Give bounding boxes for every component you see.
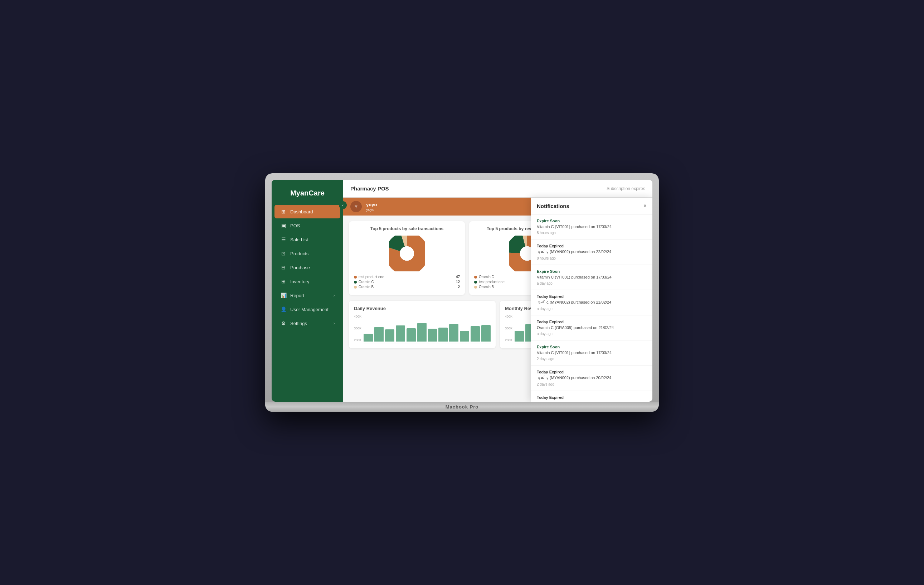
dashboard-icon: ⊞: [280, 209, 287, 215]
notifications-list: Expire Soon Vitamin C (VIT001) purchased…: [531, 215, 652, 402]
legend-label: Oramin B: [479, 285, 494, 289]
sidebar-toggle-button[interactable]: ‹: [339, 201, 347, 209]
notification-desc: Vitamin C (VIT001) purchased on 17/03/24: [537, 274, 647, 280]
sidebar-item-user-management[interactable]: 👤 User Management: [274, 302, 340, 316]
notification-time: 2 days ago: [537, 357, 647, 361]
notification-item: Today Expired Oramin C (ORA005) purchase…: [531, 316, 652, 340]
notification-time: 8 hours ago: [537, 256, 647, 260]
notification-type: Today Expired: [537, 395, 647, 400]
notification-type: Today Expired: [537, 370, 647, 374]
notification-type: Expire Soon: [537, 345, 647, 349]
bar: [428, 329, 437, 342]
sidebar-item-label: Sale List: [290, 237, 308, 242]
top-bar: Pharmacy POS Subscription expires: [343, 180, 652, 198]
notification-desc: ထွန်းငွေ (MYAN002) purchased on 21/02/24: [537, 300, 647, 305]
avatar-initial: Y: [354, 204, 358, 210]
sidebar-item-inventory[interactable]: ⊞ Inventory: [274, 274, 340, 288]
page-title: Pharmacy POS: [350, 185, 389, 192]
pos-icon: ▣: [280, 223, 287, 228]
notification-type: Expire Soon: [537, 219, 647, 223]
chevron-right-icon: ›: [333, 294, 335, 297]
sidebar-item-label: Inventory: [290, 279, 309, 284]
notification-type: Expire Soon: [537, 269, 647, 274]
notification-item: Today Expired Kiddycare (KID001) purchas…: [531, 391, 652, 402]
notification-item: Expire Soon Vitamin C (VIT001) purchased…: [531, 340, 652, 365]
sidebar-item-dashboard[interactable]: ⊞ Dashboard: [274, 205, 340, 218]
bar-label-200k: 200K: [354, 338, 361, 342]
legend-value: 47: [456, 275, 460, 279]
sidebar-item-label: Dashboard: [290, 209, 313, 215]
notification-desc: Vitamin C (VIT001) purchased on 17/03/24: [537, 350, 647, 355]
chart1-legend: test product one 47 Oramin C 12: [354, 275, 460, 289]
bar-label-400k: 400K: [505, 315, 512, 318]
notification-item: Today Expired ထွန်းငွေ (MYAN002) purchas…: [531, 240, 652, 264]
sidebar-nav: ⊞ Dashboard ▣ POS ☰ Sale List ⊡: [272, 205, 343, 331]
notifications-close-button[interactable]: ×: [644, 203, 647, 209]
bar: [481, 325, 491, 342]
bar: [364, 334, 373, 342]
bar-label-300k: 300K: [354, 327, 361, 330]
settings-icon: ⚙: [280, 321, 287, 326]
bar: [470, 326, 480, 342]
macbook-frame: MyanCare ⊞ Dashboard ▣ POS ☰ Sale List: [265, 173, 659, 412]
user-management-icon: 👤: [280, 306, 287, 312]
sidebar-item-label: User Management: [290, 307, 328, 312]
user-name: yoyo: [366, 202, 377, 207]
bar-label-400k: 400K: [354, 315, 361, 318]
notifications-title: Notifications: [537, 203, 569, 209]
notification-item: Expire Soon Vitamin C (VIT001) purchased…: [531, 265, 652, 290]
notification-type: Today Expired: [537, 294, 647, 299]
chart1-title: Top 5 products by sale transactions: [354, 226, 460, 231]
sidebar-item-settings[interactable]: ⚙ Settings ›: [274, 316, 340, 330]
notification-desc: Vitamin C (VIT001) purchased on 17/03/24: [537, 224, 647, 230]
avatar: Y: [350, 201, 362, 212]
notification-type: Today Expired: [537, 244, 647, 248]
sidebar-item-label: Products: [290, 251, 309, 256]
sale-list-icon: ☰: [280, 237, 287, 242]
bar: [375, 327, 384, 342]
bar: [417, 323, 427, 342]
legend-label: Oramin C: [358, 280, 374, 284]
bar: [396, 326, 405, 342]
notification-item: Expire Soon Vitamin C (VIT001) purchased…: [531, 215, 652, 240]
bar: [385, 329, 394, 342]
macbook-screen: MyanCare ⊞ Dashboard ▣ POS ☰ Sale List: [272, 180, 652, 402]
sidebar-item-label: Settings: [290, 321, 307, 326]
macbook-label: Macbook Pro: [446, 404, 479, 410]
sidebar-item-label: Report: [290, 293, 304, 298]
sidebar-item-sale-list[interactable]: ☰ Sale List: [274, 233, 340, 246]
chevron-right-icon: ›: [333, 322, 335, 326]
notification-desc: ထွန်းငွေ (MYAN002) purchased on 20/02/24: [537, 375, 647, 380]
notification-item: Today Expired ထွန်းငွေ (MYAN002) purchas…: [531, 365, 652, 391]
bar: [406, 328, 416, 342]
sidebar: MyanCare ⊞ Dashboard ▣ POS ☰ Sale List: [272, 180, 343, 402]
legend-label: test product one: [358, 275, 384, 279]
sidebar-item-report[interactable]: 📊 Report ›: [274, 289, 340, 302]
chart1-pie: [354, 236, 460, 271]
subscription-text: Subscription expires: [607, 186, 645, 191]
legend-label: Oramin C: [479, 275, 494, 279]
notification-time: a day ago: [537, 307, 647, 311]
legend-label: Oramin B: [358, 285, 374, 289]
daily-revenue-title: Daily Revenue: [354, 306, 491, 311]
bar: [449, 324, 459, 342]
notifications-header: Notifications ×: [531, 198, 652, 215]
sidebar-item-products[interactable]: ⊡ Products: [274, 247, 340, 260]
daily-revenue-card: Daily Revenue 400K 300K 200K: [349, 301, 496, 348]
user-role: yoyo: [366, 207, 377, 212]
sidebar-item-label: Purchase: [290, 265, 310, 270]
notification-time: a day ago: [537, 332, 647, 336]
report-icon: 📊: [280, 292, 287, 298]
sidebar-item-purchase[interactable]: ⊟ Purchase: [274, 261, 340, 274]
notification-time: 8 hours ago: [537, 231, 647, 235]
sidebar-item-pos[interactable]: ▣ POS: [274, 219, 340, 232]
bar: [438, 327, 448, 342]
inventory-icon: ⊞: [280, 279, 287, 284]
notification-desc: Kiddycare (KID001) purchased on 20/02/24: [537, 401, 647, 402]
bar-label-200k: 200K: [505, 338, 512, 342]
notification-desc: ထွန်းငွေ (MYAN002) purchased on 22/02/24: [537, 249, 647, 254]
products-icon: ⊡: [280, 251, 287, 256]
legend-value: 2: [458, 285, 460, 289]
legend-value: 12: [456, 280, 460, 284]
main-content: Pharmacy POS Subscription expires Y yoyo…: [343, 180, 652, 402]
